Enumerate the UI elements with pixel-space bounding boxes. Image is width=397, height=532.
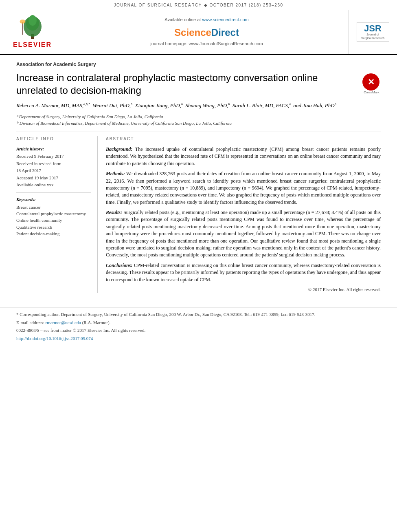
background-text: The increased uptake of contralateral pr… — [106, 146, 381, 166]
keywords-section: Keywords: Breast cancer Contralateral pr… — [16, 196, 91, 237]
keyword-5: Patient decision-making — [16, 231, 91, 237]
abstract-conclusions: Conclusions: CPM-related conversation is… — [106, 262, 381, 283]
email-line: E-mail address: rmarmor@ucsd.edu (R.A. M… — [16, 320, 381, 326]
affiliations-block: ᵃ Department of Surgery, University of C… — [16, 113, 381, 127]
corresponding-author: * Corresponding author. Department of Su… — [16, 311, 381, 318]
abstract-column: ABSTRACT Background: The increased uptak… — [106, 136, 381, 293]
crossmark-badge: ✕ — [362, 73, 379, 91]
revised-date: 18 April 2017 — [16, 168, 91, 174]
results-label: Results: — [106, 210, 122, 215]
journal-header: ELSEVIER Available online at www.science… — [0, 10, 397, 55]
available-value: Available online xxx — [16, 182, 91, 188]
email-suffix: (R.A. Marmor). — [82, 320, 111, 325]
email-label: E-mail address: — [16, 320, 44, 325]
article-title-block: Increase in contralateral prophylactic m… — [16, 71, 381, 97]
svg-point-5 — [20, 20, 25, 24]
author-3: Xiaoqian Jiang, PhD,b — [135, 102, 183, 108]
sciencedirect-url[interactable]: www.sciencedirect.com — [202, 17, 248, 22]
jsr-title: JSR — [360, 24, 386, 33]
abstract-results: Results: Surgically related posts (e.g.,… — [106, 209, 381, 259]
issn-text: 0022-4804/$ – see front matter © 2017 El… — [16, 327, 381, 333]
author-5: Sarah L. Blair, MD, FACS,a — [232, 102, 291, 108]
history-label: Article history: — [16, 146, 91, 152]
journal-topbar-text: JOURNAL OF SURGICAL RESEARCH ◆ OCTOBER 2… — [114, 3, 283, 7]
jsr-box: JSR Journal ofSurgical Research — [357, 22, 389, 42]
journal-homepage-text: journal homepage: www.JournalofSurgicalR… — [150, 41, 263, 47]
author-6: and Jina Huh, PhDb — [294, 102, 336, 108]
article-title-text: Increase in contralateral prophylactic m… — [16, 71, 354, 97]
jsr-logo: JSR Journal ofSurgical Research — [348, 10, 397, 54]
methods-label: Methods: — [106, 171, 125, 177]
keyword-2: Contralateral prophylactic mastectomy — [16, 211, 91, 217]
results-text: Surgically related posts (e.g., mentioni… — [106, 210, 381, 258]
methods-text: We downloaded 328,763 posts and their da… — [106, 171, 381, 205]
main-content: Association for Academic Surgery Increas… — [0, 55, 397, 299]
crossmark-icon: ✕ CrossMark — [362, 73, 381, 92]
conclusions-text: CPM-related conversation is increasing o… — [106, 263, 381, 283]
elsevier-brand-text: ELSEVIER — [13, 40, 52, 49]
keyword-3: Online health community — [16, 217, 91, 223]
keyword-1: Breast cancer — [16, 204, 91, 210]
affiliation-b: ᵇ Division of Biomedical Informatics, De… — [16, 120, 381, 127]
sciencedirect-logo: ScienceDirect — [174, 26, 239, 40]
article-info-column: ARTICLE INFO Article history: Received 9… — [16, 136, 98, 293]
email-link[interactable]: rmarmor@ucsd.edu — [45, 320, 81, 325]
svg-point-3 — [29, 15, 37, 26]
available-online-text: Available online at www.sciencedirect.co… — [165, 17, 248, 23]
keywords-label: Keywords: — [16, 196, 91, 203]
elsevier-logo: ELSEVIER — [0, 10, 65, 54]
elsevier-tree-icon — [16, 14, 49, 39]
authors-block: Rebecca A. Marmor, MD, MAS,a,b,* Wenrui … — [16, 102, 381, 110]
info-divider — [16, 192, 91, 192]
copyright-text: © 2017 Elsevier Inc. All rights reserved… — [106, 287, 381, 293]
revised-label: Received in revised form — [16, 161, 91, 167]
journal-center-header: Available online at www.sciencedirect.co… — [65, 10, 348, 54]
author-1: Rebecca A. Marmor, MD, MAS,a,b,* — [16, 102, 90, 108]
jsr-subtitle: Journal ofSurgical Research — [360, 33, 386, 40]
association-label: Association for Academic Surgery — [16, 61, 381, 68]
two-column-layout: ARTICLE INFO Article history: Received 9… — [16, 136, 381, 293]
header-divider — [16, 132, 381, 132]
doi-link[interactable]: http://dx.doi.org/10.1016/j.jss.2017.05.… — [16, 336, 381, 342]
abstract-background: Background: The increased uptake of cont… — [106, 146, 381, 167]
conclusions-label: Conclusions: — [106, 263, 132, 268]
article-info-header: ARTICLE INFO — [16, 136, 91, 142]
footnotes-area: * Corresponding author. Department of Su… — [0, 307, 397, 348]
received-value: Received 9 February 2017 — [16, 153, 91, 159]
abstract-header: ABSTRACT — [106, 136, 381, 142]
author-2: Wenrui Dai, PhD,b — [93, 102, 132, 108]
keyword-4: Qualitative research — [16, 224, 91, 230]
article-history-section: Article history: Received 9 February 201… — [16, 146, 91, 188]
author-4: Shuang Wang, PhD,b — [185, 102, 230, 108]
svg-rect-4 — [22, 22, 23, 35]
accepted-value: Accepted 19 May 2017 — [16, 175, 91, 181]
affiliation-a: ᵃ Department of Surgery, University of C… — [16, 113, 381, 120]
journal-topbar: JOURNAL OF SURGICAL RESEARCH ◆ OCTOBER 2… — [0, 0, 397, 10]
background-label: Background: — [106, 146, 132, 152]
abstract-methods: Methods: We downloaded 328,763 posts and… — [106, 170, 381, 206]
